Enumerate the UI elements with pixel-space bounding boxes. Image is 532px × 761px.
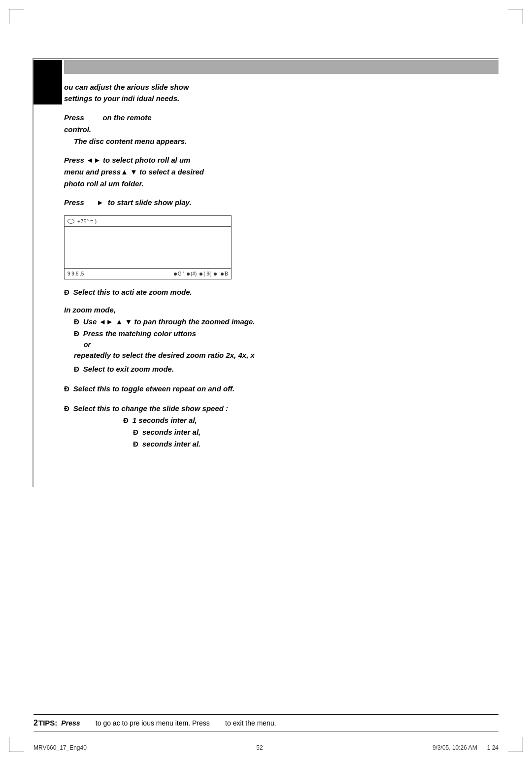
section-press-remote: Press on the remote control. The disc co… <box>64 112 499 147</box>
dot-item-4 <box>214 273 218 276</box>
intro-line1: ou can adjust the arious slide show <box>64 83 189 91</box>
zoom-color-text: Press the matching color uttons <box>83 328 196 340</box>
corner-mark-tr <box>508 9 523 24</box>
corner-mark-bl <box>9 737 24 752</box>
zoom-exit-line: Ð Select to exit zoom mode. <box>74 363 499 375</box>
dot-label-2: (#) <box>191 271 197 277</box>
footer-center: 52 <box>256 744 263 751</box>
photo-roll-line1: Press ◄► to select photo roll al um <box>64 154 499 166</box>
photo-roll-line2: menu and press▲ ▼ to select a desired <box>64 166 499 178</box>
screen-oval-icon <box>67 219 74 224</box>
zoom-exit-text: Select to exit zoom mode. <box>83 363 174 375</box>
or-line: or <box>84 341 499 348</box>
footer-date: 9/3/05, 10:26 AM <box>432 744 477 751</box>
screen-top-text: +75° = ) <box>77 218 97 224</box>
zoom-mode-section: In zoom mode, Ð Use ◄► ▲ ▼ to pan throug… <box>64 304 499 375</box>
zoom-pan-line: Ð Use ◄► ▲ ▼ to pan through the zoomed i… <box>74 316 499 328</box>
tips-label: TIPS: <box>38 719 57 727</box>
dot-item-2: (#) <box>187 271 197 277</box>
press-remote-text: on the remote <box>102 113 151 122</box>
dot-item-1: G ' <box>174 271 184 277</box>
intro-line2: settings to your indi idual needs. <box>64 94 179 103</box>
bullet-symbol-1: Ð <box>64 286 69 298</box>
start-slide-text: to start slide show play. <box>108 198 191 207</box>
dot-2 <box>187 273 190 276</box>
zoom-ratio-content: repeatedly to select the desired zoom ra… <box>74 351 255 359</box>
dot-item-3: ( 9( <box>200 271 211 277</box>
dot-4 <box>214 273 217 276</box>
corner-mark-br <box>508 737 523 752</box>
repeat-section: Ð Select this to toggle etween repeat on… <box>64 383 499 395</box>
screen-image-box: +75° = ) 9 9.6 .5 G ' (#) ( 9( B <box>64 215 232 279</box>
in-zoom-mode-label: In zoom mode, <box>64 304 499 316</box>
tips-text1: to go ac to pre ious menu item. Press <box>96 719 210 727</box>
corner-mark-tl <box>9 9 24 24</box>
dot-label-3: ( 9( <box>203 271 211 277</box>
sidebar-block <box>33 60 62 104</box>
intro-text: ou can adjust the arious slide show sett… <box>64 82 499 104</box>
bullet-symbol-repeat: Ð <box>64 383 69 395</box>
speed-items: Ð 1 seconds inter al, Ð seconds inter al… <box>123 415 499 450</box>
section-photo-roll: Press ◄► to select photo roll al um menu… <box>64 154 499 190</box>
speed-item-2: Ð seconds inter al, <box>133 426 499 438</box>
control-line: control. <box>64 124 499 136</box>
zoom-mode-items: Ð Use ◄► ▲ ▼ to pan through the zoomed i… <box>74 316 499 375</box>
bullet-speed-2: Ð <box>133 426 138 438</box>
main-content: ou can adjust the arious slide show sett… <box>64 78 499 712</box>
screen-numbers: 9 9.6 .5 <box>67 271 84 277</box>
footer: MRV660_17_Eng40 52 9/3/05, 10:26 AM 1 24 <box>33 744 499 751</box>
bullet-speed-1: Ð <box>123 415 129 426</box>
speed-section: Ð Select this to change the slide show s… <box>64 403 499 450</box>
footer-right: 9/3/05, 10:26 AM 1 24 <box>432 744 499 751</box>
section-start-slide: Press ► to start slide show play. <box>64 197 499 208</box>
left-sidebar-line <box>33 58 33 487</box>
speed-main-line: Ð Select this to change the slide show s… <box>64 403 499 415</box>
bullet-zoom-activate: Ð Select this to acti ate zoom mode. <box>64 286 499 298</box>
zoom-color-line: Ð Press the matching color uttons <box>74 328 499 340</box>
speed-item-3: Ð seconds inter al. <box>133 438 499 450</box>
repeat-line: Ð Select this to toggle etween repeat on… <box>64 383 499 395</box>
screen-dots: G ' (#) ( 9( B <box>174 271 228 277</box>
dot-label-1: G ' <box>178 271 184 277</box>
zoom-activate-text: Select this to acti ate zoom mode. <box>73 286 192 298</box>
tips-press: Press <box>61 719 80 727</box>
dot-1 <box>174 273 177 276</box>
photo-roll-line3: photo roll al um folder. <box>64 178 499 190</box>
speed-item-1: Ð 1 seconds inter al, <box>123 415 499 426</box>
speed-text-2: seconds inter al, <box>142 426 200 438</box>
repeat-text: Select this to toggle etween repeat on a… <box>73 383 234 395</box>
arrow-symbol: ► <box>97 198 104 207</box>
press-label1: Press <box>64 113 84 122</box>
screen-bottom-bar: 9 9.6 .5 G ' (#) ( 9( B <box>65 268 231 279</box>
press-label2: Press <box>64 198 84 207</box>
top-rule <box>33 58 499 59</box>
tips-bar: TIPS: Press to go ac to pre ious menu it… <box>33 714 499 731</box>
tips-text2: to exit the menu. <box>225 719 276 727</box>
dot-label-5: B <box>225 271 228 277</box>
header-bar <box>64 60 499 74</box>
speed-text-3: seconds inter al. <box>142 438 200 450</box>
bullet-symbol-exit: Ð <box>74 363 79 375</box>
footer-page: 1 24 <box>487 744 499 751</box>
bullet-symbol-speed: Ð <box>64 403 69 415</box>
dot-5 <box>221 273 224 276</box>
screen-top-bar: +75° = ) <box>65 216 231 227</box>
speed-text: Select this to change the slide show spe… <box>73 403 228 415</box>
disc-menu-line: The disc content menu appears. <box>74 136 499 147</box>
dot-item-5: B <box>221 271 228 277</box>
zoom-ratio-text: repeatedly to select the desired zoom ra… <box>74 349 499 361</box>
zoom-activate-line: Ð Select this to acti ate zoom mode. <box>64 286 499 298</box>
zoom-pan-text: Use ◄► ▲ ▼ to pan through the zoomed ima… <box>83 316 255 328</box>
bullet-symbol-pan: Ð <box>74 316 79 328</box>
press-remote-line: Press on the remote <box>64 112 499 124</box>
start-slide-line: Press ► to start slide show play. <box>64 197 499 208</box>
footer-left: MRV660_17_Eng40 <box>33 744 87 751</box>
bullet-speed-3: Ð <box>133 438 138 450</box>
speed-text-1: 1 seconds inter al, <box>133 415 197 426</box>
bullet-symbol-color: Ð <box>74 328 79 340</box>
dot-3 <box>200 273 202 276</box>
